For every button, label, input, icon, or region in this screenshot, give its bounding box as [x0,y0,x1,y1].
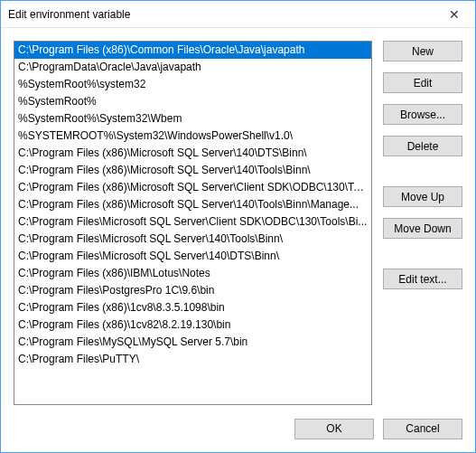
path-list-item[interactable]: C:\Program Files\PostgresPro 1C\9.6\bin [14,282,371,299]
path-list-item[interactable]: C:\Program Files\Microsoft SQL Server\14… [14,231,371,248]
path-list-item[interactable]: %SystemRoot% [14,93,371,110]
path-list-item[interactable]: C:\Program Files (x86)\IBM\Lotus\Notes [14,265,371,282]
move-down-button[interactable]: Move Down [383,218,462,239]
edit-button[interactable]: Edit [383,72,462,93]
move-up-button[interactable]: Move Up [383,186,462,207]
path-list-item[interactable]: C:\Program Files\MySQL\MySQL Server 5.7\… [14,334,371,351]
path-list-item[interactable]: C:\Program Files\PuTTY\ [14,351,371,368]
path-list-item[interactable]: %SystemRoot%\System32\Wbem [14,110,371,127]
path-list-item[interactable]: C:\Program Files (x86)\1cv82\8.2.19.130\… [14,316,371,334]
path-list-item[interactable]: %SYSTEMROOT%\System32\WindowsPowerShell\… [14,127,371,145]
path-list-item[interactable]: C:\ProgramData\Oracle\Java\javapath [14,59,371,76]
cancel-button[interactable]: Cancel [383,419,462,439]
path-list-item[interactable]: C:\Program Files (x86)\Microsoft SQL Ser… [14,179,371,196]
path-list-item[interactable]: C:\Program Files (x86)\1cv8\8.3.5.1098\b… [14,299,371,316]
path-list-item[interactable]: C:\Program Files\Microsoft SQL Server\14… [14,248,371,265]
dialog-window: Edit environment variable ✕ C:\Program F… [0,0,476,453]
path-list-item[interactable]: %SystemRoot%\system32 [14,76,371,93]
close-icon: ✕ [449,8,460,21]
delete-button[interactable]: Delete [383,136,462,156]
dialog-body: C:\Program Files (x86)\Common Files\Orac… [1,28,475,405]
close-button[interactable]: ✕ [434,1,475,28]
window-title: Edit environment variable [8,8,434,21]
path-list-item[interactable]: C:\Program Files (x86)\Common Files\Orac… [14,42,371,59]
button-sidebar: New Edit Browse... Delete Move Up Move D… [383,41,462,405]
path-list-item[interactable]: C:\Program Files (x86)\Microsoft SQL Ser… [14,162,371,179]
new-button[interactable]: New [383,41,462,61]
ok-button[interactable]: OK [294,419,374,439]
path-list-item[interactable]: C:\Program Files (x86)\Microsoft SQL Ser… [14,145,371,162]
path-list-item[interactable]: C:\Program Files\Microsoft SQL Server\Cl… [14,213,371,231]
path-list-item[interactable]: C:\Program Files (x86)\Microsoft SQL Ser… [14,196,371,213]
titlebar: Edit environment variable ✕ [1,1,475,28]
dialog-footer: OK Cancel [1,405,475,452]
edit-text-button[interactable]: Edit text... [383,269,462,289]
path-listbox[interactable]: C:\Program Files (x86)\Common Files\Orac… [14,41,372,405]
browse-button[interactable]: Browse... [383,104,462,125]
